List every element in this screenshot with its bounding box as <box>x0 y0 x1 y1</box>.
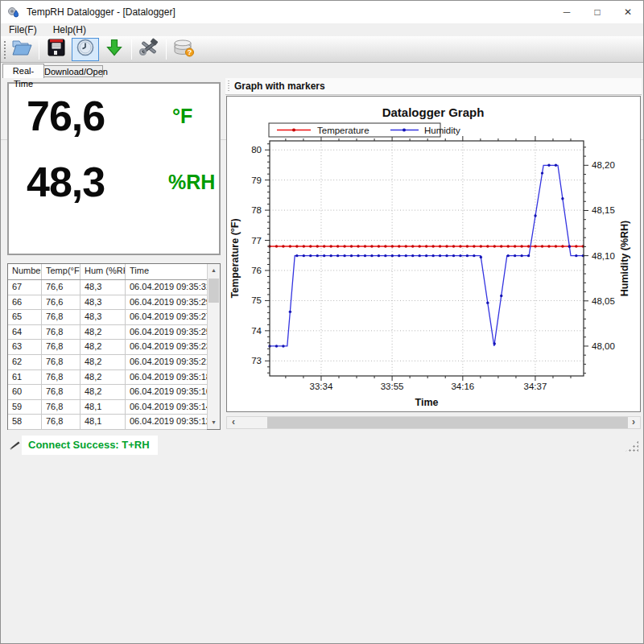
table-cell: 48,3 <box>80 310 126 324</box>
table-row[interactable]: 6376,848,206.04.2019 09:35:23 <box>8 340 207 355</box>
scroll-right-arrow-icon[interactable]: › <box>627 417 640 428</box>
legend-humidity: Humidity <box>424 126 460 135</box>
resize-grip[interactable] <box>624 440 638 453</box>
realtime-clock-button[interactable] <box>72 38 99 61</box>
realtime-readout-panel: 76,6 °F 48,3 %RH <box>7 82 221 255</box>
status-message: Connect Success: T+RH <box>22 436 158 455</box>
table-cell: 76,8 <box>42 385 80 399</box>
toolbar-separator <box>166 39 167 60</box>
open-folder-icon <box>11 38 33 60</box>
settings-tools-button[interactable] <box>135 38 163 61</box>
y-axis-left-tick: 74 <box>251 326 262 336</box>
table-row[interactable]: 5976,848,106.04.2019 09:35:14 <box>8 400 207 415</box>
x-axis-tick: 34:16 <box>451 382 474 391</box>
graph-panel-header: Graph with markers <box>225 78 642 95</box>
table-cell: 59 <box>8 400 42 415</box>
table-cell: 76,8 <box>42 325 80 340</box>
readings-table: NumberTemp(°F)Hum (%RH)Time6776,648,306.… <box>7 263 221 430</box>
table-row[interactable]: 6076,848,206.04.2019 09:35:16 <box>8 385 207 400</box>
x-axis-tick: 34:37 <box>524 382 547 391</box>
humidity-unit: %RH <box>168 171 215 194</box>
table-cell: 06.04.2019 09:35:18 <box>126 370 207 385</box>
app-icon <box>7 6 20 19</box>
temperature-value: 76,6 <box>27 92 105 140</box>
table-cell: 58 <box>8 415 42 429</box>
table-row[interactable]: 6176,848,206.04.2019 09:35:18 <box>8 370 207 386</box>
table-cell: 06.04.2019 09:35:25 <box>126 325 207 340</box>
table-cell: 06.04.2019 09:35:27 <box>126 310 207 324</box>
y-axis-right-tick: 48,15 <box>592 205 615 215</box>
column-header: Hum (%RH) <box>80 264 126 279</box>
y-axis-left-tick: 76 <box>251 266 262 275</box>
table-vertical-scrollbar[interactable]: ▲ ▼ <box>207 264 220 429</box>
table-cell: 60 <box>8 385 42 399</box>
download-arrow-icon <box>105 38 124 60</box>
toolbar-separator <box>39 39 39 60</box>
table-cell: 76,6 <box>42 295 80 310</box>
table-cell: 06.04.2019 09:35:21 <box>126 355 207 369</box>
table-row[interactable]: 6476,848,206.04.2019 09:35:25 <box>8 325 207 341</box>
chart-title: Datalogger Graph <box>382 105 485 119</box>
table-cell: 66 <box>8 295 42 310</box>
column-header: Temp(°F) <box>42 264 80 279</box>
table-row[interactable]: 6676,648,306.04.2019 09:35:29 <box>8 295 207 311</box>
y-axis-right-tick: 48,00 <box>592 341 615 351</box>
save-button[interactable] <box>43 38 70 61</box>
close-button[interactable]: ✕ <box>613 1 643 23</box>
table-cell: 48,2 <box>80 325 126 340</box>
graph-horizontal-scrollbar[interactable]: ‹ › <box>226 416 641 429</box>
table-cell: 62 <box>8 355 42 369</box>
maximize-button[interactable]: □ <box>582 1 613 23</box>
menu-file[interactable]: File(F) <box>1 23 45 36</box>
tab-real-time[interactable]: Real-Time <box>2 64 44 78</box>
pen-status-icon <box>9 439 21 454</box>
scrollbar-thumb[interactable] <box>208 279 219 303</box>
table-cell: 61 <box>8 370 42 385</box>
clock-realtime-icon <box>76 38 95 60</box>
datalogger-chart: 737475767778798048,0048,0548,1048,1548,2… <box>227 97 640 411</box>
open-file-button[interactable] <box>8 38 35 61</box>
scroll-down-arrow-icon[interactable]: ▼ <box>208 416 220 429</box>
y-axis-left-tick: 80 <box>251 145 262 155</box>
tools-settings-icon <box>138 38 159 60</box>
menu-help[interactable]: Help(H) <box>45 23 94 36</box>
table-cell: 06.04.2019 09:35:16 <box>126 385 207 399</box>
table-cell: 76,8 <box>42 370 80 385</box>
table-row[interactable]: 6776,648,306.04.2019 09:35:31 <box>8 280 207 295</box>
minimize-button[interactable]: ─ <box>551 1 582 23</box>
y-axis-left-tick: 73 <box>251 356 262 365</box>
title-bar[interactable]: TempRH Datalogger - [Datalogger] ─ □ ✕ <box>1 1 643 23</box>
chart-container: 737475767778798048,0048,0548,1048,1548,2… <box>226 96 641 412</box>
table-row[interactable]: 5876,848,106.04.2019 09:35:12 <box>8 415 207 430</box>
tab-download-open[interactable]: Download/Open <box>44 65 103 77</box>
device-data-button[interactable]: ? <box>170 38 197 61</box>
table-cell: 48,2 <box>80 385 126 399</box>
temperature-unit: °F <box>172 105 192 128</box>
table-cell: 48,3 <box>80 280 126 295</box>
table-cell: 64 <box>8 325 42 340</box>
scroll-left-arrow-icon[interactable]: ‹ <box>227 417 240 428</box>
table-row[interactable]: 6276,848,206.04.2019 09:35:21 <box>8 355 207 370</box>
table-cell: 76,8 <box>42 310 80 324</box>
toolbar-grip[interactable] <box>2 39 7 59</box>
download-button[interactable] <box>101 38 128 61</box>
table-cell: 06.04.2019 09:35:29 <box>126 295 207 310</box>
table-cell: 76,8 <box>42 400 80 415</box>
y-axis-right-tick: 48,10 <box>592 251 615 261</box>
table-cell: 76,8 <box>42 340 80 354</box>
window-title: TempRH Datalogger - [Datalogger] <box>27 6 175 18</box>
scrollbar-thumb[interactable] <box>267 417 628 428</box>
scroll-up-arrow-icon[interactable]: ▲ <box>208 264 220 277</box>
table-cell: 67 <box>8 280 42 295</box>
x-axis-label: Time <box>415 397 439 408</box>
panel-grip[interactable] <box>227 80 230 93</box>
table-cell: 48,2 <box>80 370 126 385</box>
app-window: TempRH Datalogger - [Datalogger] ─ □ ✕ F… <box>0 0 644 644</box>
table-row[interactable]: 6576,848,306.04.2019 09:35:27 <box>8 310 207 325</box>
y-axis-right-label: Humidity (%RH) <box>619 221 630 296</box>
legend-temperature: Temperature <box>317 126 369 135</box>
column-header: Number <box>8 264 42 279</box>
table-cell: 06.04.2019 09:35:12 <box>126 415 207 429</box>
table-cell: 48,2 <box>80 355 126 369</box>
x-axis-tick: 33:34 <box>310 382 333 391</box>
